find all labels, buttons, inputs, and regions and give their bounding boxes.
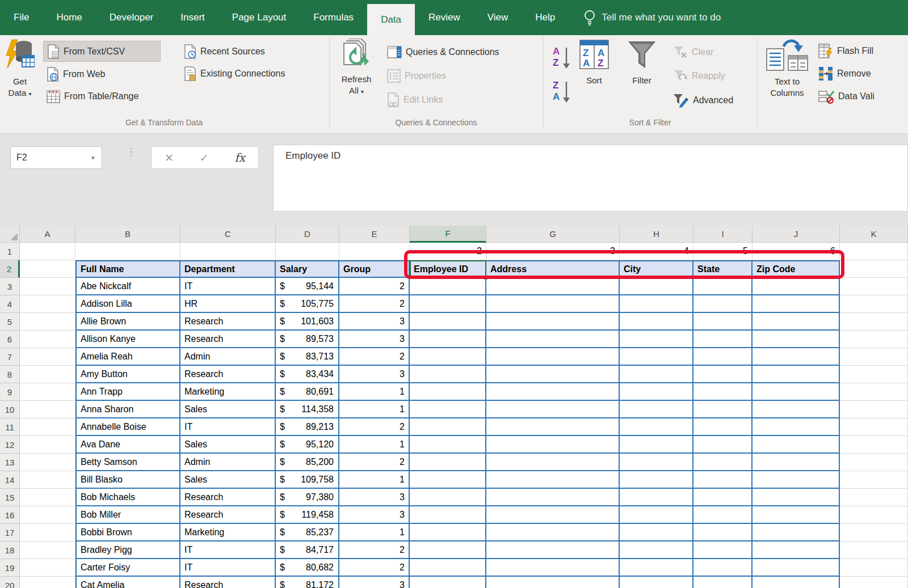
cell-B3[interactable]: Abe Nickcalf bbox=[75, 278, 180, 295]
cell-D4[interactable]: $105,775 bbox=[276, 295, 339, 313]
sort-button[interactable]: Z A A Z Sort bbox=[575, 39, 613, 86]
cell-J18[interactable] bbox=[753, 542, 840, 559]
cell-F11[interactable] bbox=[410, 418, 486, 436]
cell-G13[interactable] bbox=[486, 454, 620, 471]
cell-K19[interactable] bbox=[840, 559, 908, 577]
refresh-all-button[interactable]: Refresh All ▾ bbox=[334, 39, 379, 97]
cell-I6[interactable] bbox=[693, 331, 753, 348]
row-header-10[interactable]: 10 bbox=[0, 401, 20, 418]
cell-D16[interactable]: $119,458 bbox=[276, 506, 339, 524]
cell-H7[interactable] bbox=[620, 348, 693, 366]
cell-B5[interactable]: Allie Brown bbox=[75, 313, 180, 331]
cell-C2[interactable]: Department bbox=[180, 260, 276, 278]
cell-F17[interactable] bbox=[410, 524, 486, 542]
cell-A6[interactable] bbox=[20, 331, 75, 348]
cell-D3[interactable]: $95,144 bbox=[276, 278, 339, 295]
column-header-I[interactable]: I bbox=[693, 226, 753, 243]
cell-H12[interactable] bbox=[620, 436, 693, 454]
cell-C7[interactable]: Admin bbox=[180, 348, 276, 366]
cell-D7[interactable]: $83,713 bbox=[276, 348, 339, 366]
recent-sources-button[interactable]: Recent Sources bbox=[180, 42, 294, 61]
cell-E17[interactable]: 1 bbox=[339, 524, 410, 542]
column-header-J[interactable]: J bbox=[753, 226, 840, 243]
cell-E16[interactable]: 3 bbox=[339, 506, 410, 524]
cell-J9[interactable] bbox=[753, 383, 840, 401]
cell-F12[interactable] bbox=[410, 436, 486, 454]
row-header-7[interactable]: 7 bbox=[0, 348, 20, 366]
sort-descending-button[interactable]: Z A bbox=[548, 76, 574, 105]
cell-E2[interactable]: Group bbox=[339, 260, 410, 278]
cell-C10[interactable]: Sales bbox=[180, 401, 276, 418]
cell-C5[interactable]: Research bbox=[180, 313, 276, 331]
cell-G20[interactable] bbox=[486, 577, 620, 588]
cell-F13[interactable] bbox=[410, 454, 486, 471]
cell-C3[interactable]: IT bbox=[180, 278, 276, 295]
column-header-D[interactable]: D bbox=[276, 226, 339, 243]
cell-I18[interactable] bbox=[693, 542, 753, 559]
advanced-filter-button[interactable]: Advanced bbox=[670, 91, 755, 110]
cell-J8[interactable] bbox=[753, 366, 840, 383]
tab-developer[interactable]: Developer bbox=[96, 0, 167, 35]
cell-D13[interactable]: $85,200 bbox=[276, 454, 339, 471]
formula-bar-resize-handle[interactable]: ⋮ bbox=[126, 150, 136, 155]
cell-K16[interactable] bbox=[840, 506, 908, 524]
cell-H13[interactable] bbox=[620, 454, 693, 471]
cell-I14[interactable] bbox=[693, 471, 753, 489]
cell-K3[interactable] bbox=[840, 278, 908, 295]
cell-I10[interactable] bbox=[693, 401, 753, 418]
cell-K8[interactable] bbox=[840, 366, 908, 383]
cell-E19[interactable]: 2 bbox=[339, 559, 410, 577]
column-header-F[interactable]: F bbox=[410, 226, 486, 243]
row-header-11[interactable]: 11 bbox=[0, 418, 20, 436]
column-header-G[interactable]: G bbox=[486, 226, 620, 243]
cell-E10[interactable]: 1 bbox=[339, 401, 410, 418]
cell-K1[interactable] bbox=[840, 243, 908, 260]
row-header-6[interactable]: 6 bbox=[0, 331, 20, 348]
cell-C15[interactable]: Research bbox=[180, 489, 276, 506]
cell-C11[interactable]: IT bbox=[180, 418, 276, 436]
cell-I19[interactable] bbox=[693, 559, 753, 577]
data-validation-button[interactable]: Data Vali bbox=[815, 86, 908, 107]
cell-B14[interactable]: Bill Blasko bbox=[75, 471, 180, 489]
cell-A4[interactable] bbox=[20, 295, 75, 313]
column-header-H[interactable]: H bbox=[620, 226, 693, 243]
cell-B7[interactable]: Amelia Reah bbox=[75, 348, 180, 366]
cell-H8[interactable] bbox=[620, 366, 693, 383]
cell-J19[interactable] bbox=[753, 559, 840, 577]
cell-G11[interactable] bbox=[486, 418, 620, 436]
cell-B15[interactable]: Bob Michaels bbox=[75, 489, 180, 506]
cell-D19[interactable]: $80,682 bbox=[276, 559, 339, 577]
cell-A11[interactable] bbox=[20, 418, 75, 436]
cell-K10[interactable] bbox=[840, 401, 908, 418]
cell-J3[interactable] bbox=[753, 278, 840, 295]
cell-C1[interactable] bbox=[180, 243, 276, 260]
queries-connections-button[interactable]: Queries & Connections bbox=[384, 42, 539, 62]
cell-D9[interactable]: $80,691 bbox=[276, 383, 339, 401]
cell-F15[interactable] bbox=[410, 489, 486, 506]
cell-I5[interactable] bbox=[693, 313, 753, 331]
cell-D10[interactable]: $114,358 bbox=[276, 401, 339, 418]
cell-H14[interactable] bbox=[620, 471, 693, 489]
row-header-1[interactable]: 1 bbox=[0, 243, 20, 260]
cell-A13[interactable] bbox=[20, 454, 75, 471]
cell-K11[interactable] bbox=[840, 418, 908, 436]
cell-J13[interactable] bbox=[753, 454, 840, 471]
cell-A5[interactable] bbox=[20, 313, 75, 331]
existing-connections-button[interactable]: Existing Connections bbox=[180, 64, 323, 84]
cell-B17[interactable]: Bobbi Brown bbox=[75, 524, 180, 542]
row-header-18[interactable]: 18 bbox=[0, 542, 20, 559]
cell-H5[interactable] bbox=[620, 313, 693, 331]
cell-B11[interactable]: Annabelle Boise bbox=[75, 418, 180, 436]
filter-button[interactable]: Filter bbox=[621, 39, 663, 86]
cell-K20[interactable] bbox=[840, 577, 908, 588]
cell-B10[interactable]: Anna Sharon bbox=[75, 401, 180, 418]
cell-J7[interactable] bbox=[753, 348, 840, 366]
name-box-caret-icon[interactable]: ▼ bbox=[90, 155, 96, 161]
cell-F4[interactable] bbox=[410, 295, 486, 313]
cell-F16[interactable] bbox=[410, 506, 486, 524]
cell-G5[interactable] bbox=[486, 313, 620, 331]
cell-K9[interactable] bbox=[840, 383, 908, 401]
cell-G12[interactable] bbox=[486, 436, 620, 454]
row-header-8[interactable]: 8 bbox=[0, 366, 20, 383]
cell-C6[interactable]: Research bbox=[180, 331, 276, 348]
